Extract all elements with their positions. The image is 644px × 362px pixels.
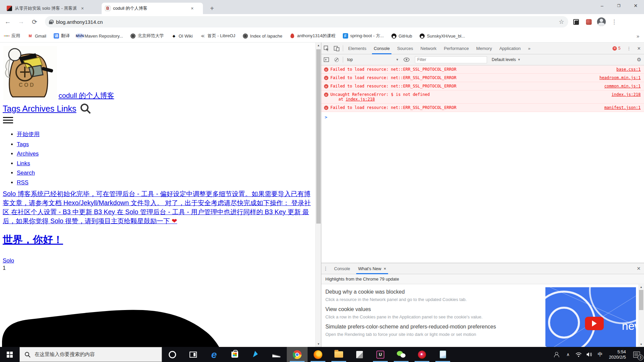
console-error-row[interactable]: ✕ Failed to load resource: net::ERR_SSL_… (321, 82, 644, 90)
whats-new-item-title[interactable]: Simulate prefers-color-scheme and prefer… (325, 324, 533, 330)
start-button[interactable] (0, 347, 19, 362)
console-prompt[interactable]: > (321, 112, 644, 122)
console-filter-input[interactable] (415, 56, 487, 63)
scroll-up-icon[interactable]: ▲ (316, 43, 321, 48)
minimize-button[interactable]: – (594, 0, 610, 11)
device-toolbar-icon[interactable] (331, 44, 341, 53)
refresh-icon[interactable]: ⟳ (29, 16, 40, 27)
bookmark-maven[interactable]: MVN Maven Repository... (77, 33, 123, 39)
source-link[interactable]: manifest.json:1 (598, 105, 641, 110)
tab-close-icon[interactable]: × (384, 266, 386, 271)
profile-avatar[interactable] (596, 17, 606, 27)
bookmark-bnu[interactable]: 北京师范大学 (130, 33, 164, 39)
people-icon[interactable] (552, 347, 562, 362)
drawer-tab-whats-new[interactable]: What's New × (354, 263, 390, 274)
scroll-down-icon[interactable]: ▼ (638, 342, 644, 347)
menu-item[interactable]: Tags (17, 141, 40, 148)
drawer-tab-console[interactable]: Console (330, 263, 354, 274)
hidden-icons-chevron[interactable]: ∧ (562, 347, 573, 362)
devtools-tab-performance[interactable]: Performance (440, 43, 472, 54)
menu-item[interactable]: Links (17, 160, 40, 167)
devtools-tab-elements[interactable]: Elements (344, 43, 370, 54)
scroll-down-icon[interactable]: ▼ (316, 341, 321, 347)
notepad-button[interactable] (432, 347, 453, 362)
bookmark-springboot[interactable]: F spring-boot - 方... (343, 33, 384, 39)
intro-link[interactable]: Solo 博客系统已经初始化完毕，可在管理后台 - 工具 - 偏好设定中调整更多… (3, 190, 311, 225)
forward-icon[interactable]: → (15, 16, 27, 27)
devtools-tab-application[interactable]: Application (496, 43, 525, 54)
close-button[interactable]: ✕ (627, 0, 644, 11)
devtools-tab-sources[interactable]: Sources (393, 43, 417, 54)
drawer-kebab-icon[interactable]: ⋮ (321, 266, 330, 271)
source-link[interactable]: base.css:1 (610, 67, 641, 72)
bookmark-oiwiki[interactable]: ◆ OI Wiki (171, 33, 193, 39)
devtools-tab-memory[interactable]: Memory (473, 43, 496, 54)
bookmark-apache[interactable]: Index of /apache (243, 33, 282, 39)
inline-nav-links[interactable]: Tags Archives Links (3, 104, 76, 114)
devtools-tabs-overflow-icon[interactable]: » (524, 43, 534, 54)
source-link[interactable]: headroom.min.js:1 (593, 75, 641, 80)
devtools-tab-console[interactable]: Console (370, 43, 393, 54)
bookmarks-overflow-icon[interactable]: » (637, 33, 639, 39)
blue-app-button[interactable] (245, 347, 266, 362)
site-title-link[interactable]: codull 的个人博客 (58, 92, 114, 99)
tab-close-icon[interactable]: × (190, 6, 195, 11)
url-text[interactable]: blog.anthony1314.cn (56, 19, 559, 25)
tab-close-icon[interactable]: × (80, 6, 85, 11)
tab-hacpai[interactable]: 从零开始安装 solo 博客 - 黑客派 × (3, 3, 101, 14)
post-title-link[interactable]: 世界，你好！ (3, 234, 63, 245)
bookmark-libreoj[interactable]: ≪ 首页 - LibreOJ (200, 33, 235, 39)
ime-indicator[interactable]: 中 (595, 347, 605, 362)
log-levels-dropdown[interactable]: Default levels ▼ (492, 57, 521, 62)
source-link[interactable]: common.min.js:1 (598, 84, 641, 88)
back-icon[interactable]: ← (2, 16, 13, 27)
taskbar-clock[interactable]: 5:54 2020/2/5 (605, 349, 629, 360)
whats-new-item-title[interactable]: View cookie values (325, 306, 533, 312)
scrollbar-thumb[interactable] (316, 49, 321, 224)
gray-doc-button[interactable] (349, 347, 370, 362)
maximize-button[interactable]: ❐ (610, 0, 627, 11)
console-settings-gear-icon[interactable]: ⚙ (637, 57, 641, 63)
bookmark-translate[interactable]: 译 翻译 (54, 33, 70, 39)
devtools-close-icon[interactable]: ✕ (634, 44, 644, 53)
clear-console-icon[interactable] (331, 55, 341, 64)
site-avatar-image[interactable]: C O D (3, 46, 57, 100)
bookmark-course[interactable]: anthony1314的课程 (290, 33, 335, 39)
hamburger-menu-icon[interactable] (3, 117, 13, 125)
store-button[interactable] (224, 347, 245, 362)
whats-new-item-title[interactable]: Debug why a cookie was blocked (325, 289, 533, 295)
bookmark-sunskyxh[interactable]: SunskyXH/vue_bl... (420, 33, 465, 39)
search-icon[interactable] (80, 103, 91, 114)
console-error-row[interactable]: ✕ Failed to load resource: net::ERR_SSL_… (321, 104, 644, 112)
live-expression-eye-icon[interactable] (401, 55, 412, 64)
scrollbar-thumb[interactable] (639, 290, 643, 310)
extension-icon-1[interactable] (571, 17, 581, 27)
menu-item[interactable]: Archives (17, 150, 40, 157)
wechat-button[interactable] (391, 347, 412, 362)
extension-icon-2[interactable] (584, 17, 594, 27)
bookmark-apps[interactable]: 应用 (4, 33, 20, 39)
chrome-button[interactable] (287, 347, 308, 362)
error-count-badge[interactable]: ✕ 5 (612, 46, 621, 51)
youtube-play-icon[interactable] (585, 317, 604, 330)
intellij-button[interactable]: U (370, 347, 391, 362)
menu-item[interactable]: 开始使用 (17, 130, 40, 138)
context-selector[interactable]: top ▼ (344, 57, 401, 62)
red-spiral-app-button[interactable] (412, 347, 432, 362)
console-error-row[interactable]: ✕ Failed to load resource: net::ERR_SSL_… (321, 65, 644, 74)
volume-icon[interactable] (584, 347, 595, 362)
console-sidebar-icon[interactable] (321, 55, 331, 64)
devtools-kebab-icon[interactable]: ⋮ (624, 44, 634, 53)
task-view-button[interactable] (183, 347, 204, 362)
source-link[interactable]: index.js:218 (605, 92, 641, 97)
scroll-up-icon[interactable]: ▲ (638, 285, 644, 290)
cortana-button[interactable] (162, 347, 183, 362)
console-error-row[interactable]: ✕ Uncaught ReferenceError: $ is not defi… (321, 90, 644, 104)
file-explorer-button[interactable] (328, 347, 349, 362)
drawer-close-icon[interactable]: ✕ (637, 266, 641, 271)
taskbar-search-box[interactable]: 在这里输入你要搜索的内容 (19, 347, 162, 362)
bookmark-star-icon[interactable]: ☆ (559, 18, 564, 25)
whats-new-video-thumbnail[interactable]: new (545, 287, 636, 347)
drawer-scrollbar[interactable]: ▲ ▼ (638, 285, 644, 347)
firefox-button[interactable] (308, 347, 328, 362)
